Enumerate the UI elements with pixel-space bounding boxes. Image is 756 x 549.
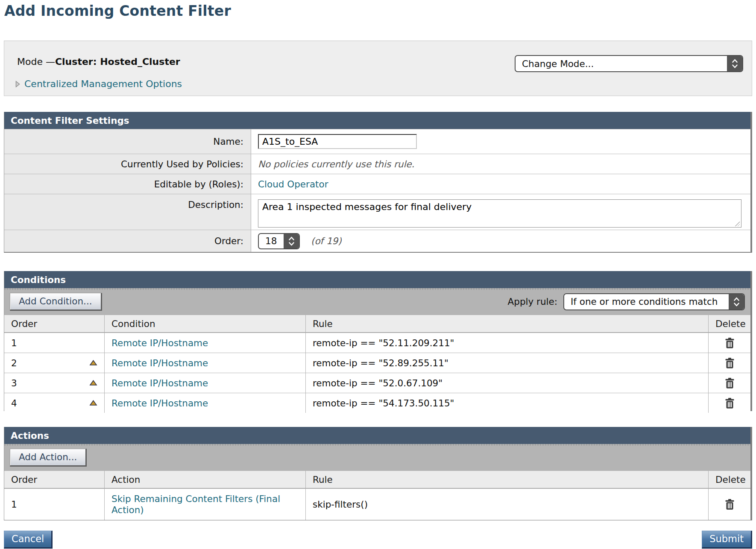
condition-row: 1 Remote IP/Hostname remote-ip == "52.11… — [4, 333, 750, 353]
trash-icon — [725, 344, 735, 350]
change-mode-select[interactable]: Change Mode... — [515, 55, 743, 72]
order-label: Order: — [4, 230, 251, 252]
name-label: Name: — [4, 129, 251, 154]
col-header-rule: Rule — [305, 315, 708, 332]
delete-condition-button[interactable] — [725, 397, 735, 409]
mode-value: Cluster: Hosted_Cluster — [55, 56, 180, 67]
stepper-updown-icon — [284, 234, 299, 248]
condition-rule: remote-ip == "52.0.67.109" — [305, 373, 708, 393]
order-select-value: 18 — [259, 234, 284, 248]
condition-order: 2 — [11, 358, 17, 368]
condition-row: 4 Remote IP/Hostname remote-ip == "54.17… — [4, 393, 750, 413]
actions-header: Actions — [4, 427, 750, 444]
col-header-delete: Delete — [708, 315, 753, 332]
actions-toolbar: Add Action... — [4, 444, 750, 471]
col-header-action: Action — [104, 471, 305, 488]
add-condition-button[interactable]: Add Condition... — [10, 293, 102, 311]
description-textarea[interactable]: Area 1 inspected messages for final deli… — [258, 199, 741, 228]
action-order: 1 — [4, 489, 104, 520]
trash-icon — [725, 505, 735, 511]
name-input[interactable] — [258, 134, 417, 149]
delete-condition-button[interactable] — [725, 377, 735, 389]
apply-rule-select-value: If one or more conditions match — [564, 294, 729, 310]
editable-by-label: Editable by (Roles): — [4, 174, 251, 194]
cancel-button[interactable]: Cancel — [4, 531, 53, 549]
conditions-header: Conditions — [4, 271, 750, 288]
action-rule: skip-filters() — [305, 489, 708, 520]
action-row: 1 Skip Remaining Content Filters (Final … — [4, 488, 750, 520]
condition-link[interactable]: Remote IP/Hostname — [111, 378, 208, 388]
policies-label: Currently Used by Policies: — [4, 154, 251, 174]
centralized-management-options-label: Centralized Management Options — [24, 79, 182, 89]
change-mode-select-value: Change Mode... — [516, 56, 727, 71]
condition-rule: remote-ip == "52.89.255.11" — [305, 353, 708, 373]
condition-link[interactable]: Remote IP/Hostname — [111, 338, 208, 348]
page-title: Add Incoming Content Filter — [4, 3, 231, 19]
stepper-updown-icon — [727, 56, 742, 71]
description-label: Description: — [4, 194, 251, 230]
col-header-rule: Rule — [305, 471, 708, 488]
condition-order: 3 — [11, 378, 17, 388]
condition-order: 1 — [4, 333, 104, 353]
apply-rule-select[interactable]: If one or more conditions match — [563, 293, 745, 310]
delete-condition-button[interactable] — [725, 357, 735, 369]
col-header-order: Order — [4, 315, 104, 332]
condition-order: 4 — [11, 398, 17, 409]
apply-rule-label: Apply rule: — [508, 296, 557, 307]
condition-rule: remote-ip == "54.173.50.115" — [305, 393, 708, 413]
conditions-panel: Conditions Add Condition... Apply rule: … — [4, 271, 752, 411]
actions-panel: Actions Add Action... Order Action Rule … — [4, 427, 752, 520]
order-select[interactable]: 18 — [258, 233, 300, 249]
col-header-order: Order — [4, 471, 104, 488]
trash-icon — [725, 384, 735, 390]
footer-bar: Cancel Submit — [4, 531, 752, 549]
condition-row: 3 Remote IP/Hostname remote-ip == "52.0.… — [4, 373, 750, 393]
mode-panel: Mode —Cluster: Hosted_Cluster Change Mod… — [4, 41, 752, 96]
conditions-table-header-row: Order Condition Rule Delete — [4, 315, 750, 333]
condition-row: 2 Remote IP/Hostname remote-ip == "52.89… — [4, 353, 750, 373]
cloud-operator-link[interactable]: Cloud Operator — [258, 179, 328, 190]
delete-condition-button[interactable] — [725, 337, 735, 349]
action-link[interactable]: Skip Remaining Content Filters (Final Ac… — [111, 494, 299, 516]
condition-link[interactable]: Remote IP/Hostname — [111, 398, 208, 409]
col-header-delete: Delete — [708, 471, 753, 488]
order-total-note: (of 19) — [311, 236, 342, 246]
content-filter-settings-panel: Content Filter Settings Name: Currently … — [4, 112, 752, 253]
submit-button[interactable]: Submit — [702, 531, 752, 549]
conditions-toolbar: Add Condition... Apply rule: If one or m… — [4, 288, 750, 315]
disclosure-triangle-icon — [15, 81, 20, 88]
stepper-updown-icon — [729, 294, 744, 310]
move-up-icon[interactable] — [89, 380, 97, 386]
condition-link[interactable]: Remote IP/Hostname — [111, 358, 208, 368]
delete-action-button[interactable] — [725, 499, 735, 510]
actions-table-header-row: Order Action Rule Delete — [4, 471, 750, 488]
mode-line: Mode —Cluster: Hosted_Cluster — [17, 56, 180, 67]
policies-value: No policies currently use this rule. — [258, 159, 414, 169]
centralized-management-options-link[interactable]: Centralized Management Options — [15, 79, 182, 89]
col-header-condition: Condition — [104, 315, 305, 332]
trash-icon — [725, 404, 735, 410]
add-action-button[interactable]: Add Action... — [10, 449, 87, 467]
content-filter-settings-header: Content Filter Settings — [4, 112, 750, 129]
mode-label: Mode — — [17, 56, 55, 67]
move-up-icon[interactable] — [89, 400, 97, 406]
move-up-icon[interactable] — [89, 360, 97, 366]
trash-icon — [725, 364, 735, 370]
condition-rule: remote-ip == "52.11.209.211" — [305, 333, 708, 353]
